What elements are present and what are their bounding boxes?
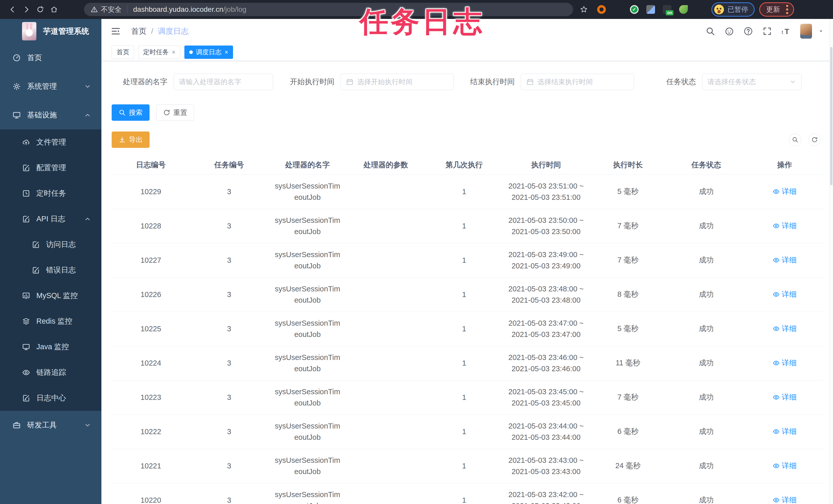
close-icon[interactable]: × <box>172 49 175 55</box>
cell-log-id: 10224 <box>112 346 190 380</box>
sidebar-item-dev-tools[interactable]: 研发工具 <box>0 411 101 439</box>
sidebar-item-error-log[interactable]: 错误日志 <box>0 257 101 283</box>
user-avatar[interactable] <box>800 24 812 39</box>
pen-square-icon <box>22 164 30 172</box>
sidebar-item-access-log[interactable]: 访问日志 <box>0 232 101 257</box>
sidebar-item-api-log[interactable]: API 日志 <box>0 206 101 232</box>
detail-link[interactable]: 详细 <box>772 324 796 334</box>
cell-handler-name: sysUserSessionTimeoutJob <box>268 414 347 449</box>
extension-icon-green-check[interactable]: ✓ <box>630 5 639 14</box>
close-icon[interactable]: × <box>224 49 228 55</box>
sidebar-item-file-management[interactable]: 文件管理 <box>0 129 101 155</box>
sidebar-item-tracing[interactable]: 链路追踪 <box>0 360 101 385</box>
tag-label: 调度日志 <box>196 48 221 56</box>
calendar-icon <box>526 78 534 86</box>
cell-status: 成功 <box>667 449 745 483</box>
date-placeholder: 选择结束执行时间 <box>538 77 593 86</box>
filter-label: 任务状态 <box>666 77 696 87</box>
eye-icon <box>772 497 780 504</box>
sidebar-item-home[interactable]: 首页 <box>0 44 101 72</box>
detail-link[interactable]: 详细 <box>772 221 796 231</box>
browser-forward-button[interactable] <box>20 3 33 16</box>
extension-icon-orange-ring[interactable] <box>597 5 606 14</box>
refresh-icon <box>163 109 170 116</box>
extension-icon-green-leaf[interactable] <box>679 5 688 14</box>
detail-link[interactable]: 详细 <box>772 461 796 471</box>
fullscreen-icon[interactable] <box>762 26 772 36</box>
cell-execute-index: 1 <box>425 209 503 243</box>
sidebar-item-mysql-monitor[interactable]: MySQL 监控 <box>0 283 101 308</box>
browser-back-button[interactable] <box>6 3 20 16</box>
page-scrollbar[interactable] <box>829 19 833 504</box>
caret-down-icon[interactable] <box>818 28 824 34</box>
sidebar-item-java-monitor[interactable]: Java 监控 <box>0 334 101 360</box>
sidebar-item-scheduled-jobs[interactable]: 定时任务 <box>0 181 101 206</box>
detail-link[interactable]: 详细 <box>772 427 796 437</box>
cell-log-id: 10223 <box>112 380 190 414</box>
profile-paused-chip[interactable]: 已暂停 <box>711 2 755 17</box>
github-icon[interactable] <box>724 26 734 36</box>
cell-log-id: 10220 <box>112 483 190 504</box>
cell-status: 成功 <box>667 346 745 380</box>
toggle-search-button[interactable] <box>789 133 801 146</box>
cell-status: 成功 <box>667 380 745 414</box>
tag-scheduled-jobs[interactable]: 定时任务× <box>138 46 180 59</box>
sidebar-item-infrastructure[interactable]: 基础设施 <box>0 101 101 129</box>
detail-link[interactable]: 详细 <box>772 392 796 402</box>
breadcrumb-home[interactable]: 首页 <box>131 26 146 36</box>
browser-home-button[interactable] <box>47 3 61 16</box>
detail-link[interactable]: 详细 <box>772 255 796 265</box>
extension-icon-grid[interactable] <box>646 5 655 14</box>
sidebar-item-system-management[interactable]: 系统管理 <box>0 72 101 101</box>
font-size-icon[interactable] <box>781 26 791 36</box>
start-time-picker[interactable]: 选择开始执行时间 <box>340 74 454 90</box>
col-handler-name: 处理器的名字 <box>268 155 347 175</box>
browser-menu-kebab-icon[interactable] <box>785 4 789 15</box>
search-button[interactable]: 搜索 <box>112 104 149 121</box>
extension-icon-puzzle[interactable] <box>695 5 704 14</box>
cell-execute-index: 1 <box>425 449 503 483</box>
paused-label: 已暂停 <box>728 5 748 14</box>
extension-icon-on-badge[interactable]: on <box>663 5 671 14</box>
cell-operation: 详细 <box>745 483 824 504</box>
sidebar-collapse-icon[interactable] <box>111 26 121 36</box>
browser-reload-button[interactable] <box>33 3 47 16</box>
cell-log-id: 10229 <box>112 175 190 209</box>
refresh-table-button[interactable] <box>808 133 821 146</box>
sidebar-item-label: Redis 监控 <box>37 316 72 326</box>
browser-update-button[interactable]: 更新 <box>759 2 794 17</box>
security-label: 不安全 <box>101 5 122 14</box>
annotation-task-log: 任务日志 <box>359 3 484 41</box>
detail-link[interactable]: 详细 <box>772 358 796 368</box>
sidebar-item-log-center[interactable]: 日志中心 <box>0 385 101 411</box>
sidebar-item-redis-monitor[interactable]: Redis 监控 <box>0 308 101 334</box>
handler-name-input[interactable] <box>179 78 268 86</box>
job-status-select[interactable]: 请选择任务状态 <box>702 74 802 90</box>
detail-link[interactable]: 详细 <box>772 495 796 504</box>
cell-operation: 详细 <box>745 277 824 311</box>
detail-link[interactable]: 详细 <box>772 186 796 197</box>
tag-job-log-active[interactable]: 调度日志× <box>184 46 233 59</box>
cell-execute-time: 2021-05-03 23:50:00 ~2021-05-03 23:50:00 <box>503 209 589 243</box>
sidebar-item-config-management[interactable]: 配置管理 <box>0 155 101 181</box>
page-content: 处理器的名字 开始执行时间 选择开始执行时间 结束执行时间 <box>101 61 833 504</box>
gear-icon <box>12 82 21 91</box>
tag-home[interactable]: 首页 <box>112 46 134 59</box>
scrollbar-thumb[interactable] <box>830 47 832 185</box>
end-time-picker[interactable]: 选择结束执行时间 <box>521 74 634 90</box>
extension-icon-blue-pin[interactable] <box>614 5 622 14</box>
cell-job-id: 3 <box>190 346 268 380</box>
reset-button[interactable]: 重置 <box>156 104 194 121</box>
detail-link[interactable]: 详细 <box>772 289 796 300</box>
search-icon[interactable] <box>706 26 715 36</box>
col-execute-index: 第几次执行 <box>425 155 503 175</box>
export-button[interactable]: 导出 <box>112 131 149 148</box>
sidebar-item-label: 配置管理 <box>37 163 66 173</box>
table-row: 10229 3 sysUserSessionTimeoutJob 1 2021-… <box>112 175 824 209</box>
filter-actions: 搜索 重置 <box>112 104 824 121</box>
tag-bar: 首页 定时任务× 调度日志× <box>101 44 833 61</box>
bookmark-star-icon[interactable] <box>580 5 588 14</box>
cell-handler-name: sysUserSessionTimeoutJob <box>268 483 347 504</box>
help-icon[interactable] <box>743 26 753 36</box>
address-bar[interactable]: 不安全 dashboard.yudao.iocoder.cn/job/log <box>84 3 573 16</box>
